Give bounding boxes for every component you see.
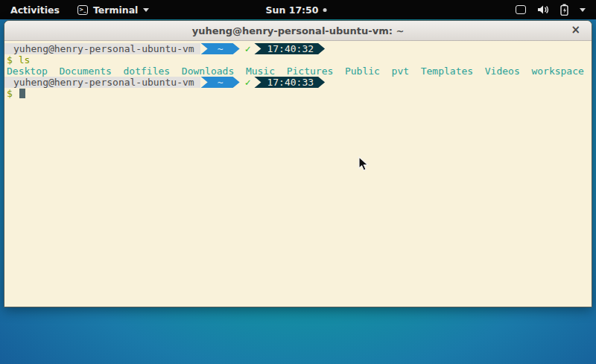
prompt-cwd-segment: ~ [201, 43, 240, 54]
prompt-time-segment: 17:40:33 [254, 77, 325, 88]
system-status-area[interactable] [516, 0, 596, 19]
chevron-down-icon [580, 8, 586, 12]
window-title: yuheng@henry-personal-ubuntu-vm: ~ [192, 25, 405, 36]
clock-label: Sun 17:50 [266, 4, 319, 16]
terminal-window: yuheng@henry-personal-ubuntu-vm: ~ × yuh… [4, 20, 592, 307]
prompt-line-1: yuheng@henry-personal-ubuntu-vm ~ ✓ 17:4… [4, 43, 592, 54]
text-cursor [19, 89, 25, 98]
volume-icon [537, 4, 549, 15]
desktop: { "topbar": { "activities_label": "Activ… [0, 0, 596, 364]
prompt-symbol: $ [7, 54, 13, 66]
prompt-cwd-segment: ~ [201, 77, 240, 88]
prompt-line-2: yuheng@henry-personal-ubuntu-vm ~ ✓ 17:4… [4, 77, 592, 88]
prompt-host-segment: yuheng@henry-personal-ubuntu-vm [4, 77, 200, 88]
current-input-line[interactable]: $ [4, 88, 592, 99]
chevron-down-icon [143, 8, 149, 12]
prompt-time-segment: 17:40:32 [254, 43, 325, 54]
battery-charging-icon [560, 4, 568, 16]
app-menu-label: Terminal [93, 4, 138, 16]
app-menu-terminal[interactable]: >_ Terminal [70, 0, 156, 19]
prompt-host-segment: yuheng@henry-personal-ubuntu-vm [4, 43, 200, 54]
clock-button[interactable]: Sun 17:50 [266, 0, 327, 19]
screen-icon [516, 5, 526, 14]
notification-dot [323, 8, 327, 12]
prompt-status-check-icon: ✓ [240, 43, 255, 54]
terminal-content[interactable]: yuheng@henry-personal-ubuntu-vm ~ ✓ 17:4… [4, 41, 592, 307]
mouse-pointer-icon [358, 156, 370, 172]
activities-button[interactable]: Activities [0, 0, 70, 19]
prompt-symbol: $ [7, 88, 13, 99]
ls-output: Desktop Documents dotfiles Downloads Mus… [4, 66, 592, 77]
command-line: $ ls [4, 54, 592, 66]
window-titlebar[interactable]: yuheng@henry-personal-ubuntu-vm: ~ × [4, 21, 592, 41]
close-button[interactable]: × [571, 25, 580, 36]
typed-command: ls [19, 54, 31, 66]
terminal-app-icon: >_ [77, 5, 88, 15]
top-bar: Activities >_ Terminal Sun 17:50 [0, 0, 596, 19]
prompt-status-check-icon: ✓ [240, 77, 255, 88]
